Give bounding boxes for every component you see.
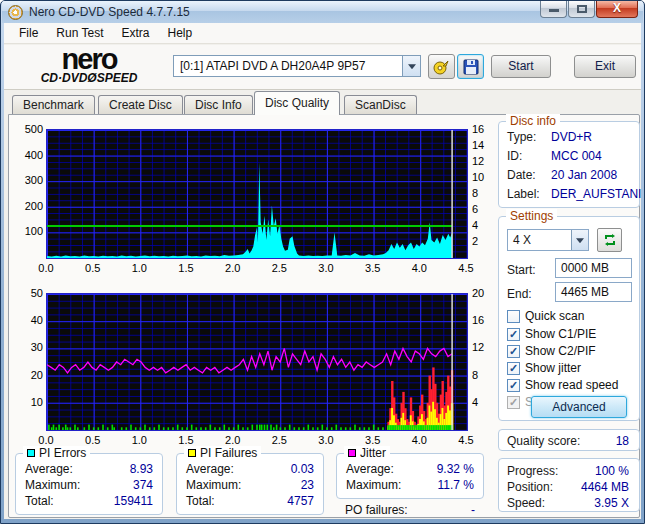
axis-tick-label: 500 — [25, 123, 43, 135]
speed-label: Speed: — [507, 496, 545, 510]
tab-benchmark[interactable]: Benchmark — [12, 95, 95, 115]
menu-bar: File Run Test Extra Help — [4, 23, 641, 44]
scan-speed-value: 4 X — [508, 233, 571, 247]
axis-tick-label: 2 — [472, 235, 478, 247]
checkbox-icon — [507, 396, 520, 409]
tab-disc-quality[interactable]: Disc Quality — [254, 91, 340, 115]
close-button[interactable]: X — [596, 1, 638, 18]
axis-tick-label: 4.0 — [412, 434, 427, 446]
end-position-label: End: — [507, 287, 532, 301]
start-position-label: Start: — [507, 263, 536, 277]
refresh-icon — [603, 233, 617, 247]
pi-errors-legend-icon — [27, 449, 35, 457]
pie-chart-left-axis: 500400300200100 — [10, 129, 43, 259]
axis-tick-label: 2.5 — [272, 434, 287, 446]
axis-tick-label: 4.5 — [458, 262, 473, 274]
checkbox-icon[interactable] — [507, 362, 520, 375]
exit-button[interactable]: Exit — [574, 55, 636, 78]
stat-row: Average:8.93 — [25, 462, 153, 477]
pif-chart-left-axis: 5040302010 — [10, 293, 43, 431]
maximize-button[interactable] — [568, 1, 595, 18]
axis-tick-label: 2.5 — [272, 262, 287, 274]
disc-date-label: Date: — [507, 168, 536, 182]
checkbox-show-c2-pif[interactable]: Show C2/PIF — [507, 344, 596, 358]
menu-extra[interactable]: Extra — [112, 24, 158, 42]
axis-tick-label: 12 — [472, 341, 484, 353]
axis-tick-label: 3.0 — [318, 434, 333, 446]
menu-help[interactable]: Help — [159, 24, 202, 42]
tab-strip: Benchmark Create Disc Disc Info Disc Qua… — [8, 93, 641, 115]
axis-tick-label: 3.5 — [365, 434, 380, 446]
tab-scandisc[interactable]: ScanDisc — [344, 95, 417, 115]
save-button[interactable] — [457, 54, 484, 79]
eject-disc-icon — [433, 59, 450, 75]
end-position-field[interactable]: 4465 MB — [555, 282, 632, 302]
axis-tick-label: 4 — [472, 219, 478, 231]
axis-tick-label: 50 — [31, 287, 43, 299]
progress-value: 100 % — [595, 464, 629, 478]
axis-tick-label: 20 — [31, 369, 43, 381]
disc-date-value: 20 Jan 2008 — [551, 168, 617, 182]
axis-tick-label: 0.0 — [38, 434, 53, 446]
start-position-field[interactable]: 0000 MB — [555, 258, 632, 278]
chevron-down-icon — [408, 64, 416, 69]
tab-disc-info[interactable]: Disc Info — [184, 95, 253, 115]
app-cd-icon — [8, 5, 23, 20]
position-label: Position: — [507, 480, 553, 494]
stat-row: Maximum:374 — [25, 478, 153, 493]
disc-info-box: Disc info Type: DVD+R ID: MCC 004 Date: … — [498, 121, 640, 208]
pi-errors-box: PI Errors Average:8.93 Maximum:374 Total… — [15, 453, 163, 515]
axis-tick-label: 400 — [25, 149, 43, 161]
stat-row: Total:4757 — [186, 494, 314, 509]
checkbox-show-read-speed[interactable]: Show read speed — [507, 378, 618, 392]
stat-row: Maximum:11.7 % — [346, 478, 474, 493]
checkbox-show-c1-pie[interactable]: Show C1/PIE — [507, 327, 596, 341]
stat-row: Average:0.03 — [186, 462, 314, 477]
start-button[interactable]: Start — [491, 55, 551, 78]
quality-score-box: Quality score: 18 — [498, 429, 640, 451]
position-value: 4464 MB — [581, 480, 629, 494]
progress-label: Progress: — [507, 464, 558, 478]
refresh-button[interactable] — [597, 228, 622, 252]
disc-id-value: MCC 004 — [551, 149, 602, 163]
checkbox-icon[interactable] — [507, 328, 520, 341]
checkbox-icon[interactable] — [507, 379, 520, 392]
checkbox-quick-scan[interactable]: Quick scan — [507, 309, 584, 323]
nero-logo-text: nero — [14, 46, 164, 72]
axis-tick-label: 16 — [472, 314, 484, 326]
stat-row: Maximum:23 — [186, 478, 314, 493]
jitter-series — [47, 348, 452, 373]
drive-selector[interactable]: [0:1] ATAPI DVD A DH20A4P 9P57 — [173, 55, 421, 77]
advanced-button[interactable]: Advanced — [531, 396, 627, 418]
axis-tick-label: 100 — [25, 225, 43, 237]
window-title: Nero CD-DVD Speed 4.7.7.15 — [29, 5, 190, 19]
pie-chart-plot — [46, 129, 468, 259]
axis-tick-label: 16 — [472, 123, 484, 135]
scan-speed-select[interactable]: 4 X — [507, 229, 589, 251]
axis-tick-label: 4.5 — [458, 434, 473, 446]
axis-tick-label: 3.5 — [365, 262, 380, 274]
menu-run-test[interactable]: Run Test — [47, 24, 112, 42]
axis-tick-label: 1.5 — [178, 434, 193, 446]
tab-create-disc[interactable]: Create Disc — [98, 95, 183, 115]
jitter-legend-icon — [348, 449, 356, 457]
checkbox-icon[interactable] — [507, 345, 520, 358]
pi-errors-title: PI Errors — [23, 446, 90, 460]
axis-tick-label: 6 — [472, 203, 478, 215]
minimize-button[interactable] — [540, 1, 567, 18]
checkbox-icon[interactable] — [507, 310, 520, 323]
disc-type-label: Type: — [507, 130, 536, 144]
checkbox-show-jitter[interactable]: Show jitter — [507, 361, 581, 375]
axis-tick-label: 200 — [25, 200, 43, 212]
drive-selector-dropdown-button[interactable] — [402, 56, 420, 76]
eject-button[interactable] — [428, 54, 455, 79]
settings-title: Settings — [506, 209, 557, 223]
pie-chart-x-axis: 0.00.51.01.52.02.53.03.54.04.5 — [46, 262, 468, 276]
scan-speed-dropdown-button[interactable] — [571, 230, 588, 250]
cd-dvd-speed-logo-text: CD·DVDØSPEED — [14, 72, 164, 84]
axis-tick-label: 3.0 — [318, 262, 333, 274]
axis-tick-label: 1.5 — [178, 262, 193, 274]
axis-tick-label: 10 — [31, 396, 43, 408]
disc-info-title: Disc info — [506, 114, 560, 128]
menu-file[interactable]: File — [10, 24, 47, 42]
